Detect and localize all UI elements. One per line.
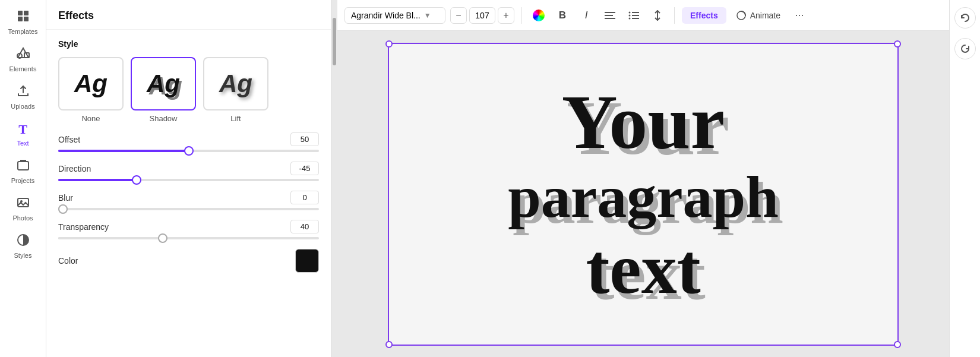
blur-control-row: Blur (58, 191, 319, 204)
spacing-icon (652, 10, 663, 21)
sidebar-item-elements[interactable]: Elements (2, 42, 44, 77)
style-card-lift[interactable]: Ag Lift (203, 57, 268, 123)
bold-icon: B (559, 10, 566, 21)
svg-point-14 (629, 11, 631, 13)
style-card-shadow[interactable]: Ag Shadow (131, 57, 196, 123)
styles-icon (17, 233, 30, 249)
font-dropdown[interactable]: Agrandir Wide Bl... ▼ (344, 7, 445, 24)
color-label: Color (58, 256, 129, 266)
canvas-line1: Your (508, 80, 779, 165)
blur-slider-row (58, 208, 319, 210)
style-card-none-preview: Ag (58, 57, 124, 110)
toolbar-divider-2 (674, 7, 675, 24)
italic-icon: I (585, 10, 588, 21)
right-panel (949, 0, 980, 357)
blur-slider-track[interactable] (58, 208, 319, 210)
more-icon: ··· (795, 9, 804, 21)
svg-rect-2 (18, 17, 23, 21)
svg-rect-7 (18, 162, 29, 170)
list-button[interactable] (624, 6, 643, 25)
sidebar-item-uploads[interactable]: Uploads (2, 80, 44, 115)
transparency-control-row: Transparency (58, 220, 319, 233)
photos-icon (17, 196, 30, 212)
font-size-input[interactable] (469, 7, 495, 24)
style-card-none[interactable]: Ag None (58, 57, 124, 123)
sidebar-item-projects-label: Projects (11, 177, 35, 184)
projects-icon (17, 159, 30, 175)
svg-point-16 (629, 14, 631, 16)
handle-top-right[interactable] (894, 40, 901, 48)
direction-slider-fill (58, 179, 137, 181)
offset-slider-track[interactable] (58, 150, 319, 152)
blur-slider-thumb[interactable] (58, 204, 68, 214)
handle-bottom-right[interactable] (894, 341, 901, 348)
direction-control-row: Direction (58, 162, 319, 175)
direction-slider-row (58, 179, 319, 181)
canvas-frame[interactable]: Your paragraph text (388, 43, 899, 346)
color-row: Color (58, 249, 319, 273)
sidebar-item-styles-label: Styles (14, 252, 32, 259)
svg-rect-0 (18, 11, 23, 15)
uploads-icon (17, 84, 30, 100)
refresh-button[interactable] (954, 7, 976, 29)
transparency-slider-row (58, 237, 319, 239)
sidebar-item-projects[interactable]: Projects (2, 154, 44, 189)
toolbar: Agrandir Wide Bl... ▼ − + B I (337, 0, 949, 31)
style-card-lift-preview: Ag (203, 57, 268, 110)
main-area: Agrandir Wide Bl... ▼ − + B I (337, 0, 949, 357)
scroll-indicator (333, 18, 336, 65)
font-size-decrease-button[interactable]: − (450, 7, 467, 24)
offset-slider-fill (58, 150, 189, 152)
blur-value[interactable] (290, 191, 319, 204)
rotate-icon (960, 43, 970, 54)
align-icon (605, 11, 615, 20)
bold-button[interactable]: B (553, 6, 572, 25)
templates-icon (17, 10, 30, 26)
italic-button[interactable]: I (577, 6, 596, 25)
sidebar-item-text-label: Text (17, 140, 29, 147)
offset-control-row: Offset (58, 132, 319, 146)
sidebar-item-templates-label: Templates (8, 28, 37, 35)
animate-button[interactable]: Animate (731, 7, 785, 24)
blur-label: Blur (58, 193, 129, 203)
sidebar-item-uploads-label: Uploads (11, 103, 34, 110)
canvas-text: Your paragraph text (496, 68, 791, 320)
sidebar-item-photos-label: Photos (12, 214, 33, 222)
sidebar-item-styles[interactable]: Styles (2, 229, 44, 264)
transparency-value[interactable] (290, 220, 319, 233)
sidebar-item-text[interactable]: T Text (2, 117, 44, 151)
panel-title: Effects (46, 0, 331, 30)
effects-button[interactable]: Effects (682, 7, 726, 24)
handle-bottom-left[interactable] (385, 341, 393, 348)
more-options-button[interactable]: ··· (790, 6, 809, 25)
align-button[interactable] (600, 6, 619, 25)
sidebar-item-elements-label: Elements (10, 65, 37, 72)
transparency-slider-thumb[interactable] (158, 233, 167, 243)
handle-top-left[interactable] (385, 40, 393, 48)
canvas-line2: paragraph (508, 165, 779, 230)
style-card-lift-text: Ag (219, 69, 252, 98)
sidebar-item-photos[interactable]: Photos (2, 191, 44, 226)
canvas-area: Your paragraph text (337, 31, 949, 357)
effects-panel: Effects Style Ag None Ag Shadow Ag Lift (46, 0, 331, 357)
sidebar-item-templates[interactable]: Templates (2, 5, 44, 40)
svg-rect-1 (24, 11, 29, 15)
direction-value[interactable] (290, 162, 319, 175)
style-card-shadow-text: Ag (147, 69, 180, 98)
transparency-slider-track[interactable] (58, 237, 319, 239)
offset-value[interactable] (290, 132, 319, 146)
direction-slider-thumb[interactable] (132, 175, 141, 185)
direction-slider-track[interactable] (58, 179, 319, 181)
panel-body: Style Ag None Ag Shadow Ag Lift (46, 30, 331, 357)
style-card-none-text: Ag (74, 69, 108, 98)
font-size-increase-button[interactable]: + (498, 7, 514, 24)
offset-slider-row (58, 150, 319, 152)
style-section-label: Style (58, 39, 319, 49)
color-swatch[interactable] (295, 249, 319, 273)
animate-label: Animate (750, 11, 780, 20)
offset-slider-thumb[interactable] (184, 146, 194, 156)
scroll-bar[interactable] (331, 0, 337, 357)
color-picker-button[interactable] (529, 6, 548, 25)
spacing-button[interactable] (648, 6, 667, 25)
rotate-button[interactable] (954, 38, 976, 59)
